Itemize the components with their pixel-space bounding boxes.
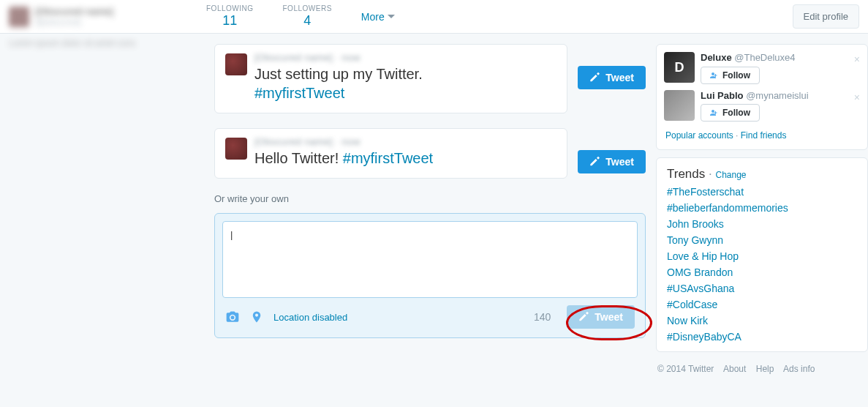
profile-handle: @[obscured] bbox=[35, 18, 113, 26]
dismiss-icon[interactable]: × bbox=[854, 92, 860, 103]
chevron-down-icon bbox=[388, 15, 395, 18]
suggestion-name[interactable]: Lui Pablo bbox=[701, 90, 744, 101]
profile-avatar[interactable] bbox=[9, 7, 29, 27]
profile-name[interactable]: [Obscured name] bbox=[35, 7, 113, 17]
footer-copyright: © 2014 Twitter bbox=[657, 364, 714, 374]
stat-followers[interactable]: FOLLOWERS 4 bbox=[283, 4, 332, 29]
tweet-button[interactable]: Tweet bbox=[578, 150, 646, 173]
follow-plus-icon bbox=[710, 108, 719, 117]
popular-accounts-link[interactable]: Popular accounts bbox=[665, 130, 733, 141]
stat-label: FOLLOWERS bbox=[283, 4, 332, 13]
footer-help-link[interactable]: Help bbox=[756, 364, 774, 374]
compose-icon bbox=[578, 311, 590, 323]
profile-identity: [Obscured name] @[obscured] bbox=[9, 7, 206, 27]
suggestion-links: Popular accounts · Find friends bbox=[657, 126, 867, 146]
tweet-avatar bbox=[225, 138, 247, 160]
trend-item[interactable]: Tony Gwynn bbox=[667, 234, 857, 246]
trend-list: #TheFosterschat #belieberfandommemories … bbox=[667, 186, 857, 343]
tweet-text: Hello Twitter! #myfirstTweet bbox=[254, 149, 556, 168]
trend-item[interactable]: #ColdCase bbox=[667, 299, 857, 310]
suggested-tweet-card: [Obscured name] · now Hello Twitter! #my… bbox=[214, 128, 567, 179]
tweet-button[interactable]: Tweet bbox=[578, 66, 646, 89]
follow-suggestion: Lui Pablo @mynameislui Follow × bbox=[657, 89, 867, 127]
more-label: More bbox=[361, 11, 385, 23]
more-dropdown[interactable]: More bbox=[361, 11, 395, 23]
find-friends-link[interactable]: Find friends bbox=[741, 130, 787, 141]
suggested-tweet-row: [Obscured name] · now Hello Twitter! #my… bbox=[214, 128, 646, 179]
suggestion-handle: @TheDeluxe4 bbox=[734, 52, 795, 63]
tweet-text: Just setting up my Twitter. #myfirstTwee… bbox=[254, 64, 556, 102]
suggested-tweet-row: [Obscured name] · now Just setting up my… bbox=[214, 44, 646, 113]
tweet-author-line: [Obscured name] · now bbox=[254, 136, 556, 147]
stat-value: 11 bbox=[206, 13, 254, 29]
suggested-tweet-card: [Obscured name] · now Just setting up my… bbox=[214, 44, 567, 113]
dismiss-icon[interactable]: × bbox=[854, 53, 860, 65]
edit-profile-button[interactable]: Edit profile bbox=[793, 4, 859, 29]
hashtag-link[interactable]: #myfirstTweet bbox=[343, 150, 433, 166]
trend-item[interactable]: #USAvsGhana bbox=[667, 283, 857, 294]
right-column: D Deluxe @TheDeluxe4 Follow × Lui bbox=[656, 44, 868, 378]
footer-about-link[interactable]: About bbox=[723, 364, 746, 374]
trend-item[interactable]: #DisneyBabyCA bbox=[667, 331, 857, 343]
compose-tweet-label: Tweet bbox=[595, 311, 623, 323]
stat-value: 4 bbox=[283, 13, 332, 29]
compose-box: | Location disabled 140 Tweet bbox=[214, 213, 646, 338]
trends-box: Trends · Change #TheFosterschat #beliebe… bbox=[656, 157, 868, 352]
obscured-subtext: Lorem ipsum dolor sit amet cons bbox=[0, 38, 190, 50]
who-to-follow-box: D Deluxe @TheDeluxe4 Follow × Lui bbox=[656, 44, 868, 150]
tweet-button-label: Tweet bbox=[605, 156, 634, 168]
location-icon[interactable] bbox=[250, 310, 263, 324]
tweet-avatar bbox=[225, 53, 247, 75]
trend-item[interactable]: John Brooks bbox=[667, 218, 857, 230]
compose-prompt: Or write your own bbox=[214, 193, 646, 204]
char-count: 140 bbox=[534, 311, 551, 323]
page-footer: © 2014 Twitter About Help Ads info bbox=[656, 359, 868, 378]
compose-textarea[interactable]: | bbox=[230, 229, 630, 288]
footer-ads-link[interactable]: Ads info bbox=[783, 364, 815, 374]
follow-button[interactable]: Follow bbox=[701, 104, 760, 122]
trend-item[interactable]: OMG Brandon bbox=[667, 266, 857, 278]
camera-icon[interactable] bbox=[225, 310, 240, 324]
follow-button[interactable]: Follow bbox=[701, 67, 760, 84]
suggestion-avatar[interactable] bbox=[664, 90, 695, 121]
trends-heading: Trends · Change bbox=[667, 167, 857, 182]
suggestion-name[interactable]: Deluxe bbox=[701, 52, 732, 63]
compose-tweet-button[interactable]: Tweet bbox=[567, 305, 635, 329]
trend-item[interactable]: Now Kirk bbox=[667, 315, 857, 326]
trend-item[interactable]: Love & Hip Hop bbox=[667, 250, 857, 262]
stat-following[interactable]: FOLLOWING 11 bbox=[206, 4, 254, 29]
compose-icon bbox=[589, 72, 601, 83]
profile-header-bar: [Obscured name] @[obscured] FOLLOWING 11… bbox=[0, 0, 868, 34]
suggestion-handle: @mynameislui bbox=[746, 90, 808, 101]
stat-label: FOLLOWING bbox=[206, 4, 254, 13]
follow-plus-icon bbox=[710, 71, 719, 80]
profile-stats: FOLLOWING 11 FOLLOWERS 4 bbox=[206, 4, 332, 29]
compose-icon bbox=[589, 156, 601, 168]
tweet-author-line: [Obscured name] · now bbox=[254, 52, 556, 63]
trend-item[interactable]: #TheFosterschat bbox=[667, 186, 857, 198]
compose-textarea-wrap[interactable]: | bbox=[222, 221, 638, 298]
location-status[interactable]: Location disabled bbox=[273, 312, 347, 323]
compose-footer: Location disabled 140 Tweet bbox=[222, 298, 638, 330]
follow-label: Follow bbox=[722, 70, 750, 81]
trend-item[interactable]: #belieberfandommemories bbox=[667, 202, 857, 214]
main-column: [Obscured name] · now Just setting up my… bbox=[214, 44, 646, 338]
trends-change-link[interactable]: Change bbox=[715, 170, 746, 180]
tweet-button-label: Tweet bbox=[605, 72, 634, 83]
follow-suggestion: D Deluxe @TheDeluxe4 Follow × bbox=[657, 51, 867, 89]
hashtag-link[interactable]: #myfirstTweet bbox=[254, 85, 344, 101]
follow-label: Follow bbox=[722, 108, 750, 118]
content-wrap: [Obscured name] · now Just setting up my… bbox=[0, 34, 868, 389]
suggestion-avatar[interactable]: D bbox=[664, 52, 695, 83]
